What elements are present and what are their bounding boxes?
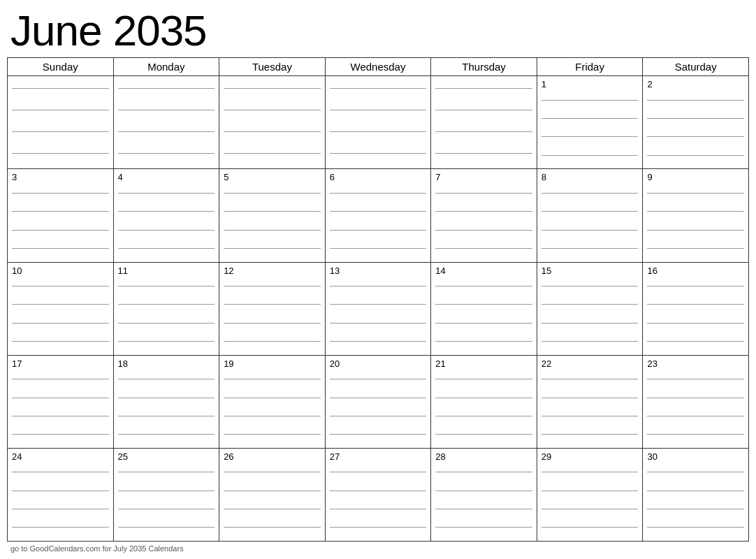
day-line (330, 491, 427, 491)
day-line (330, 230, 427, 231)
day-line (12, 472, 109, 472)
day-line (541, 341, 639, 342)
day-line (12, 491, 109, 491)
day-line (12, 509, 109, 509)
day-number: 18 (118, 358, 215, 369)
day-line (647, 248, 744, 249)
day-line (224, 472, 321, 472)
day-line (118, 88, 215, 89)
day-cell: 27 (326, 449, 432, 541)
day-line (118, 230, 215, 231)
day-lines (224, 465, 321, 538)
day-line (435, 491, 532, 491)
day-line (118, 509, 215, 509)
day-lines (118, 465, 215, 538)
day-line (12, 323, 109, 324)
day-lines (541, 279, 639, 352)
day-number: 3 (12, 172, 109, 182)
day-line (435, 509, 532, 509)
day-line (541, 100, 639, 101)
day-cell: 22 (537, 356, 644, 448)
day-line (647, 100, 744, 101)
day-lines (224, 279, 321, 352)
day-line (224, 286, 321, 286)
day-number: 6 (330, 172, 427, 182)
day-cell: 9 (643, 169, 749, 261)
day-cell: 13 (326, 263, 432, 355)
day-cell: 19 (219, 356, 326, 448)
day-line (330, 472, 427, 472)
day-number: 2 (647, 79, 744, 89)
day-lines (12, 185, 109, 259)
day-line (12, 211, 109, 212)
day-line (647, 230, 744, 231)
day-number: 9 (647, 172, 744, 182)
day-cell: 24 (8, 449, 114, 541)
day-line (435, 193, 532, 194)
day-number: 12 (224, 266, 321, 276)
day-lines (118, 185, 215, 259)
day-line (647, 286, 744, 286)
day-line (118, 323, 215, 324)
day-line (12, 131, 109, 132)
day-line (435, 248, 532, 249)
day-cell (219, 76, 326, 168)
day-cell (8, 76, 114, 168)
day-cell (114, 76, 220, 168)
day-line (224, 341, 321, 342)
week-row: 17181920212223 (8, 356, 749, 449)
day-line (118, 248, 215, 249)
day-line (330, 341, 427, 342)
day-line (224, 491, 321, 491)
day-number: 10 (12, 266, 109, 276)
day-cell: 4 (114, 169, 220, 261)
day-line (435, 110, 532, 110)
day-line (541, 527, 639, 528)
day-lines (647, 92, 744, 166)
day-line (224, 527, 321, 528)
day-line (541, 286, 639, 286)
day-line (118, 110, 215, 110)
day-lines (330, 185, 427, 259)
day-lines (541, 372, 639, 445)
day-line (118, 491, 215, 491)
day-number: 20 (330, 358, 427, 369)
day-number: 27 (330, 451, 427, 462)
day-line (435, 286, 532, 286)
day-line (12, 248, 109, 249)
day-cell: 1 (537, 76, 644, 168)
day-line (541, 379, 639, 379)
day-lines (330, 372, 427, 445)
day-lines (118, 79, 215, 166)
day-cell (326, 76, 432, 168)
day-cell: 23 (643, 356, 749, 448)
day-line (118, 193, 215, 194)
day-line (118, 398, 215, 398)
day-line (118, 341, 215, 342)
day-lines (435, 185, 532, 259)
day-line (435, 341, 532, 342)
day-line (647, 434, 744, 435)
day-cell: 10 (8, 263, 114, 355)
day-lines (224, 185, 321, 259)
day-line (118, 527, 215, 528)
day-line (541, 398, 639, 398)
weeks-container: 1234567891011121314151617181920212223242… (8, 76, 749, 542)
day-lines (12, 372, 109, 445)
day-line (224, 193, 321, 194)
day-line (647, 472, 744, 472)
day-cell: 3 (8, 169, 114, 261)
day-line (647, 509, 744, 509)
day-line (224, 230, 321, 231)
day-cell: 2 (643, 76, 749, 168)
day-line (330, 248, 427, 249)
day-line (224, 509, 321, 509)
day-lines (330, 465, 427, 538)
day-line (647, 323, 744, 324)
calendar-grid: SundayMondayTuesdayWednesdayThursdayFrid… (7, 57, 749, 542)
day-number: 5 (224, 172, 321, 182)
day-line (118, 211, 215, 212)
day-lines (647, 372, 744, 445)
day-number: 24 (12, 451, 109, 462)
day-line (647, 527, 744, 528)
